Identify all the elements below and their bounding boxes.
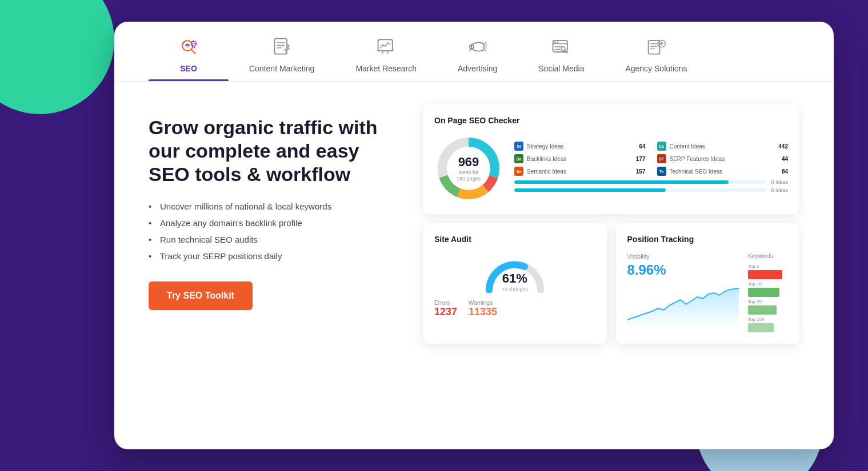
tab-agency-solutions[interactable]: Agency Solutions [605,22,707,81]
audit-warnings: Warnings 11335 [469,300,497,318]
bullet-4: Track your SERP positions daily [149,251,389,261]
metric-backlinks: Ba Backlinks Ideas 177 [514,154,646,163]
strategy-value: 64 [639,143,645,150]
gauge-center: 61% no changes [501,271,528,292]
tab-agency-solutions-label: Agency Solutions [625,64,687,73]
gauge-sub: no changes [501,286,528,292]
tab-navigation: SEO Content Marketing [114,22,834,82]
content-marketing-icon [270,35,293,58]
seo-icon [177,35,200,58]
svg-point-1 [186,45,189,47]
content-label: Content Ideas [670,143,775,150]
tab-seo[interactable]: SEO [149,22,229,81]
seo-metrics: St Strategy Ideas 64 Co Content Ideas 44… [514,142,788,195]
rank-top100-label: Top 100 [748,317,788,322]
rank-top20-bar [748,305,777,315]
rank-top3-bar [748,270,782,279]
tracking-main: Visibility 8.96% [627,253,739,332]
svg-rect-4 [275,39,287,54]
cta-button[interactable]: Try SEO Toolkit [149,281,253,310]
technical-value: 84 [782,168,788,175]
progress-bar-2: 6 Ideas [514,187,788,193]
progress-label-1: 8 Ideas [771,179,788,185]
audit-errors: Errors 1237 [434,300,457,318]
seo-checker-card: On Page SEO Checker [423,104,799,214]
svg-point-9 [554,42,556,43]
progress-bar-1: 8 Ideas [514,179,788,185]
progress-label-2: 6 Ideas [771,187,788,193]
serp-label: SERP Features Ideas [670,156,778,162]
donut-number: 969 [457,155,481,170]
svg-point-3 [193,43,195,45]
bullet-2: Analyze any domain's backlink profile [149,218,389,228]
bullet-list: Uncover millions of national & local key… [149,202,389,261]
svg-point-11 [561,47,565,51]
semantic-label: Semantic Ideas [527,168,633,175]
social-media-icon [550,35,573,58]
svg-point-14 [661,43,663,45]
metric-serp: SF SERP Features Ideas 44 [657,154,789,163]
rank-top10-label: Top 10 [748,281,788,287]
teal-blob [0,0,114,114]
strategy-label: Strategy Ideas [527,143,635,150]
tab-content-marketing-label: Content Marketing [249,64,314,73]
content-value: 442 [778,143,788,150]
rank-top10-bar [748,288,779,297]
tab-market-research[interactable]: Market Research [335,22,437,81]
main-card: SEO Content Marketing [114,22,834,449]
gauge-chart: 61% no changes [483,253,546,293]
tab-market-research-label: Market Research [355,64,417,73]
donut-sub: ideas for182 pages [457,170,481,182]
advertising-icon [466,35,489,58]
rank-top20-label: Top 20 [748,299,788,304]
warnings-label: Warnings [469,300,497,306]
progress-bg-2 [514,188,766,192]
keywords-label: Keywords [748,253,788,259]
errors-label: Errors [434,300,457,306]
warnings-value: 11335 [469,306,497,318]
donut-center: 969 ideas for182 pages [457,155,481,182]
rank-top10: Top 10 [748,281,788,297]
svg-point-10 [557,42,559,43]
backlinks-badge: Ba [514,154,523,163]
serp-badge: SF [657,154,666,163]
progress-fill-1 [514,180,729,184]
seo-checker-title: On Page SEO Checker [434,116,788,125]
technical-badge: Te [657,167,666,176]
position-tracking-content: Visibility 8.96% [627,253,789,332]
tab-advertising[interactable]: Advertising [437,22,518,81]
content-area: Grow organic traffic with our complete a… [114,82,834,367]
rank-top3-label: Top 3 [748,264,788,269]
tab-seo-label: SEO [180,64,197,73]
tab-social-media-label: Social Media [538,64,584,73]
rank-top20: Top 20 [748,299,788,315]
main-heading: Grow organic traffic with our complete a… [149,116,389,186]
strategy-badge: St [514,142,523,151]
metric-content: Co Content Ideas 442 [657,142,789,151]
seo-checker-content: 969 ideas for182 pages St Strategy Ideas… [434,134,788,203]
progress-bars-container: 8 Ideas 6 Ideas [514,179,788,195]
bullet-1: Uncover millions of national & local key… [149,202,389,211]
visibility-value: 8.96% [627,262,739,278]
site-audit-content: 61% no changes Errors 1237 Warnings 1133… [434,253,595,318]
tracking-side: Keywords Top 3 Top 10 Top 20 [748,253,788,332]
tab-content-marketing[interactable]: Content Marketing [229,22,335,81]
right-dashboard: On Page SEO Checker [423,104,799,344]
donut-chart: 969 ideas for182 pages [434,134,503,203]
agency-solutions-icon [645,35,668,58]
left-content: Grow organic traffic with our complete a… [149,110,389,310]
tracking-line-chart [627,283,739,328]
semantic-badge: Se [514,167,523,176]
rank-top3: Top 3 [748,264,788,279]
rank-top100: Top 100 [748,317,788,332]
visibility-label: Visibility [627,253,739,260]
svg-point-5 [286,45,289,47]
metric-technical: Te Technical SEO Ideas 84 [657,167,789,176]
metric-strategy: St Strategy Ideas 64 [514,142,646,151]
technical-label: Technical SEO Ideas [670,168,778,175]
tab-social-media[interactable]: Social Media [518,22,605,81]
content-badge: Co [657,142,666,151]
position-tracking-card: Position Tracking Visibility 8.96% [616,223,800,344]
progress-fill-2 [514,188,666,192]
backlinks-label: Backlinks Ideas [527,156,633,162]
